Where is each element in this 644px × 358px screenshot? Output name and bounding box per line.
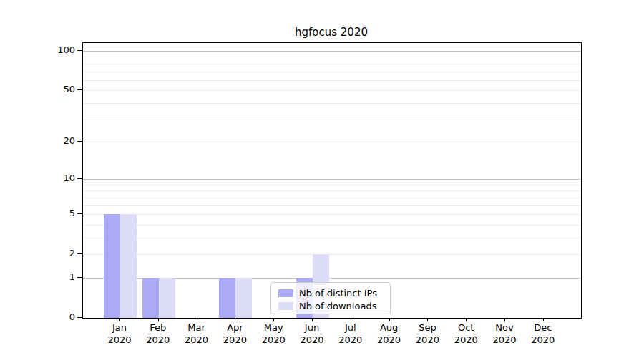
minor-gridline — [83, 238, 581, 238]
minor-gridline — [83, 64, 581, 64]
y-tick-mark — [77, 317, 82, 318]
bar-apr-series1 — [235, 278, 252, 318]
y-tick-mark — [77, 277, 82, 278]
chart-root: hgfocus 2020 Nb of distinct IPs Nb of do… — [0, 0, 644, 358]
legend-label-downloads: Nb of downloads — [299, 301, 376, 311]
legend-swatch-downloads — [278, 302, 293, 310]
legend-item-distinct-ips: Nb of distinct IPs — [278, 286, 384, 299]
chart-title: hgfocus 2020 — [82, 26, 580, 39]
minor-gridline — [83, 214, 581, 215]
y-tick-label: 0 — [41, 311, 75, 323]
bar-feb-series0 — [142, 278, 159, 318]
bar-jan-series1 — [120, 214, 137, 318]
minor-gridline — [83, 254, 581, 255]
y-tick-label: 10 — [41, 173, 75, 184]
major-gridline — [83, 179, 581, 180]
minor-gridline — [83, 190, 581, 191]
minor-gridline — [83, 80, 581, 81]
minor-gridline — [83, 72, 581, 72]
y-tick-mark — [77, 141, 82, 142]
y-tick-mark — [77, 253, 82, 254]
minor-gridline — [83, 185, 581, 185]
y-tick-label: 100 — [41, 44, 75, 56]
minor-gridline — [83, 103, 581, 104]
y-tick-label: 1 — [41, 271, 75, 283]
y-tick-label: 2 — [41, 248, 75, 259]
legend-item-downloads: Nb of downloads — [278, 299, 384, 312]
y-tick-mark — [77, 50, 82, 51]
major-gridline — [83, 51, 581, 52]
minor-gridline — [83, 198, 581, 198]
y-tick-label: 20 — [41, 135, 75, 147]
minor-gridline — [83, 90, 581, 91]
plot-area: Nb of distinct IPs Nb of downloads — [82, 42, 582, 319]
y-tick-mark — [77, 178, 82, 179]
bar-jan-series0 — [104, 214, 120, 318]
legend-swatch-distinct-ips — [278, 289, 293, 297]
y-tick-label: 50 — [41, 84, 75, 95]
x-tick-label-dec: Dec2020 — [520, 321, 566, 346]
legend-label-distinct-ips: Nb of distinct IPs — [299, 288, 377, 299]
y-tick-mark — [77, 90, 82, 90]
minor-gridline — [83, 57, 581, 57]
minor-gridline — [83, 205, 581, 206]
y-tick-label: 5 — [41, 208, 75, 219]
bar-feb-series1 — [159, 278, 175, 318]
legend: Nb of distinct IPs Nb of downloads — [270, 282, 391, 314]
minor-gridline — [83, 225, 581, 226]
minor-gridline — [83, 142, 581, 142]
bar-apr-series0 — [219, 278, 235, 318]
y-tick-mark — [77, 213, 82, 214]
minor-gridline — [83, 120, 581, 120]
